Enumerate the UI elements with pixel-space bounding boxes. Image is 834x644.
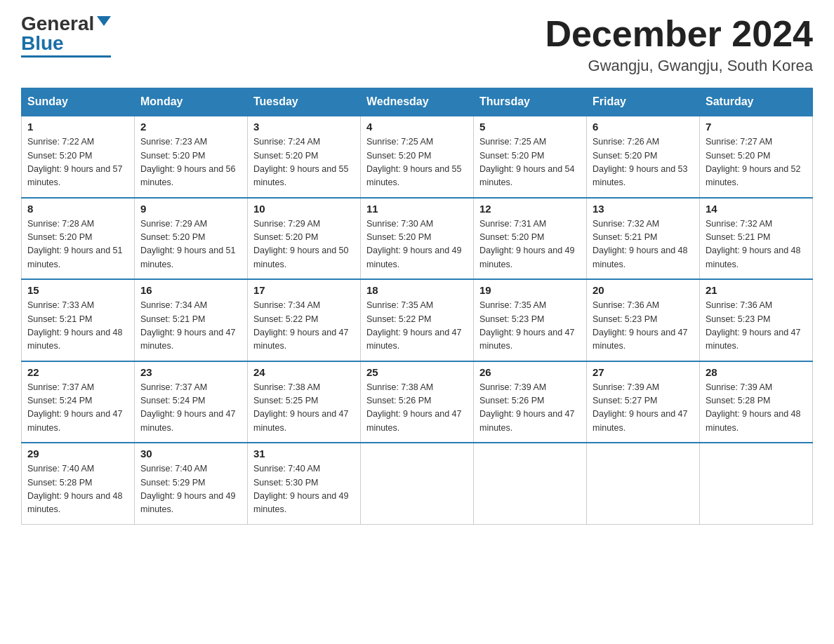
calendar-cell: 27 Sunrise: 7:39 AM Sunset: 5:27 PM Dayl…	[587, 361, 700, 443]
day-number: 9	[140, 203, 241, 215]
day-info: Sunrise: 7:35 AM Sunset: 5:23 PM Dayligh…	[479, 299, 581, 354]
day-info: Sunrise: 7:39 AM Sunset: 5:27 PM Dayligh…	[593, 381, 694, 436]
day-number: 26	[479, 366, 581, 378]
logo-general-text: General	[21, 14, 94, 34]
calendar-cell	[474, 443, 587, 524]
day-info: Sunrise: 7:36 AM Sunset: 5:23 PM Dayligh…	[593, 299, 694, 354]
calendar-cell: 17 Sunrise: 7:34 AM Sunset: 5:22 PM Dayl…	[248, 279, 361, 361]
day-info: Sunrise: 7:40 AM Sunset: 5:28 PM Dayligh…	[27, 462, 128, 517]
calendar-cell: 13 Sunrise: 7:32 AM Sunset: 5:21 PM Dayl…	[587, 198, 700, 280]
calendar-cell: 16 Sunrise: 7:34 AM Sunset: 5:21 PM Dayl…	[135, 279, 248, 361]
day-info: Sunrise: 7:27 AM Sunset: 5:20 PM Dayligh…	[706, 135, 807, 190]
calendar-cell: 28 Sunrise: 7:39 AM Sunset: 5:28 PM Dayl…	[700, 361, 813, 443]
header-friday: Friday	[587, 88, 700, 116]
day-number: 22	[27, 366, 128, 378]
day-number: 28	[706, 366, 807, 378]
logo-blue-text: Blue	[21, 34, 64, 53]
calendar-cell: 5 Sunrise: 7:25 AM Sunset: 5:20 PM Dayli…	[474, 116, 587, 198]
day-info: Sunrise: 7:32 AM Sunset: 5:21 PM Dayligh…	[593, 217, 694, 272]
calendar-cell	[361, 443, 474, 524]
logo-underline	[21, 55, 111, 58]
calendar-cell: 30 Sunrise: 7:40 AM Sunset: 5:29 PM Dayl…	[135, 443, 248, 524]
day-number: 2	[140, 121, 241, 133]
day-number: 15	[27, 284, 128, 296]
day-info: Sunrise: 7:36 AM Sunset: 5:23 PM Dayligh…	[706, 299, 807, 354]
calendar-cell: 11 Sunrise: 7:30 AM Sunset: 5:20 PM Dayl…	[361, 198, 474, 280]
day-number: 27	[593, 366, 694, 378]
calendar-cell	[587, 443, 700, 524]
calendar-cell: 1 Sunrise: 7:22 AM Sunset: 5:20 PM Dayli…	[22, 116, 135, 198]
calendar-cell: 4 Sunrise: 7:25 AM Sunset: 5:20 PM Dayli…	[361, 116, 474, 198]
header-sunday: Sunday	[22, 88, 135, 116]
calendar-cell: 12 Sunrise: 7:31 AM Sunset: 5:20 PM Dayl…	[474, 198, 587, 280]
day-number: 14	[706, 203, 807, 215]
calendar-cell: 3 Sunrise: 7:24 AM Sunset: 5:20 PM Dayli…	[248, 116, 361, 198]
calendar-cell: 21 Sunrise: 7:36 AM Sunset: 5:23 PM Dayl…	[700, 279, 813, 361]
day-info: Sunrise: 7:22 AM Sunset: 5:20 PM Dayligh…	[27, 135, 128, 190]
calendar-week-row: 29 Sunrise: 7:40 AM Sunset: 5:28 PM Dayl…	[22, 443, 813, 524]
day-number: 31	[253, 448, 355, 459]
day-info: Sunrise: 7:25 AM Sunset: 5:20 PM Dayligh…	[479, 135, 581, 190]
day-number: 16	[140, 284, 241, 296]
day-number: 1	[27, 121, 128, 133]
calendar-cell: 8 Sunrise: 7:28 AM Sunset: 5:20 PM Dayli…	[22, 198, 135, 280]
day-number: 6	[593, 121, 694, 133]
day-info: Sunrise: 7:31 AM Sunset: 5:20 PM Dayligh…	[479, 217, 581, 272]
day-info: Sunrise: 7:33 AM Sunset: 5:21 PM Dayligh…	[27, 299, 128, 354]
day-info: Sunrise: 7:34 AM Sunset: 5:21 PM Dayligh…	[140, 299, 241, 354]
day-number: 10	[253, 203, 355, 215]
day-info: Sunrise: 7:40 AM Sunset: 5:29 PM Dayligh…	[140, 462, 241, 517]
calendar-cell: 14 Sunrise: 7:32 AM Sunset: 5:21 PM Dayl…	[700, 198, 813, 280]
calendar-cell: 18 Sunrise: 7:35 AM Sunset: 5:22 PM Dayl…	[361, 279, 474, 361]
day-number: 3	[253, 121, 355, 133]
day-number: 11	[366, 203, 468, 215]
day-number: 25	[366, 366, 468, 378]
logo: General Blue	[21, 14, 111, 58]
location-subtitle: Gwangju, Gwangju, South Korea	[545, 57, 813, 75]
calendar-cell: 10 Sunrise: 7:29 AM Sunset: 5:20 PM Dayl…	[248, 198, 361, 280]
calendar-cell: 23 Sunrise: 7:37 AM Sunset: 5:24 PM Dayl…	[135, 361, 248, 443]
calendar-week-row: 1 Sunrise: 7:22 AM Sunset: 5:20 PM Dayli…	[22, 116, 813, 198]
calendar-week-row: 8 Sunrise: 7:28 AM Sunset: 5:20 PM Dayli…	[22, 198, 813, 280]
day-number: 20	[593, 284, 694, 296]
day-number: 12	[479, 203, 581, 215]
day-info: Sunrise: 7:39 AM Sunset: 5:26 PM Dayligh…	[479, 381, 581, 436]
header-saturday: Saturday	[700, 88, 813, 116]
header-wednesday: Wednesday	[361, 88, 474, 116]
day-info: Sunrise: 7:39 AM Sunset: 5:28 PM Dayligh…	[706, 381, 807, 436]
calendar-cell: 29 Sunrise: 7:40 AM Sunset: 5:28 PM Dayl…	[22, 443, 135, 524]
day-info: Sunrise: 7:25 AM Sunset: 5:20 PM Dayligh…	[366, 135, 468, 190]
header-monday: Monday	[135, 88, 248, 116]
day-number: 23	[140, 366, 241, 378]
calendar-cell: 15 Sunrise: 7:33 AM Sunset: 5:21 PM Dayl…	[22, 279, 135, 361]
day-info: Sunrise: 7:28 AM Sunset: 5:20 PM Dayligh…	[27, 217, 128, 272]
day-number: 8	[27, 203, 128, 215]
day-number: 5	[479, 121, 581, 133]
month-title: December 2024	[545, 14, 813, 54]
calendar-cell: 25 Sunrise: 7:38 AM Sunset: 5:26 PM Dayl…	[361, 361, 474, 443]
day-number: 19	[479, 284, 581, 296]
day-number: 21	[706, 284, 807, 296]
calendar-header-row: SundayMondayTuesdayWednesdayThursdayFrid…	[22, 88, 813, 116]
day-info: Sunrise: 7:37 AM Sunset: 5:24 PM Dayligh…	[27, 381, 128, 436]
calendar-cell: 22 Sunrise: 7:37 AM Sunset: 5:24 PM Dayl…	[22, 361, 135, 443]
day-number: 30	[140, 448, 241, 459]
day-info: Sunrise: 7:38 AM Sunset: 5:25 PM Dayligh…	[253, 381, 355, 436]
calendar-cell: 6 Sunrise: 7:26 AM Sunset: 5:20 PM Dayli…	[587, 116, 700, 198]
header-tuesday: Tuesday	[248, 88, 361, 116]
day-number: 18	[366, 284, 468, 296]
day-number: 7	[706, 121, 807, 133]
day-info: Sunrise: 7:35 AM Sunset: 5:22 PM Dayligh…	[366, 299, 468, 354]
day-info: Sunrise: 7:29 AM Sunset: 5:20 PM Dayligh…	[253, 217, 355, 272]
calendar-week-row: 22 Sunrise: 7:37 AM Sunset: 5:24 PM Dayl…	[22, 361, 813, 443]
calendar-cell: 31 Sunrise: 7:40 AM Sunset: 5:30 PM Dayl…	[248, 443, 361, 524]
calendar-cell: 26 Sunrise: 7:39 AM Sunset: 5:26 PM Dayl…	[474, 361, 587, 443]
calendar-cell: 19 Sunrise: 7:35 AM Sunset: 5:23 PM Dayl…	[474, 279, 587, 361]
day-info: Sunrise: 7:26 AM Sunset: 5:20 PM Dayligh…	[593, 135, 694, 190]
day-info: Sunrise: 7:38 AM Sunset: 5:26 PM Dayligh…	[366, 381, 468, 436]
calendar-cell: 7 Sunrise: 7:27 AM Sunset: 5:20 PM Dayli…	[700, 116, 813, 198]
calendar-cell: 9 Sunrise: 7:29 AM Sunset: 5:20 PM Dayli…	[135, 198, 248, 280]
day-number: 17	[253, 284, 355, 296]
calendar-table: SundayMondayTuesdayWednesdayThursdayFrid…	[21, 88, 813, 525]
calendar-week-row: 15 Sunrise: 7:33 AM Sunset: 5:21 PM Dayl…	[22, 279, 813, 361]
